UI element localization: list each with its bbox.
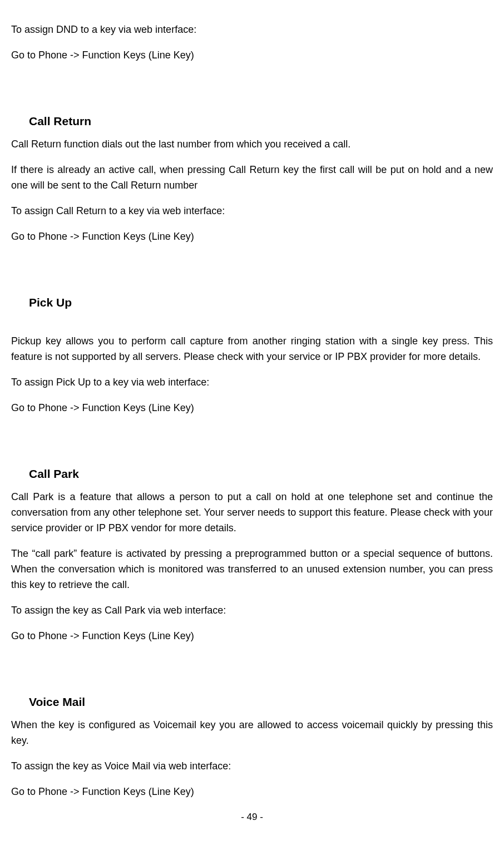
call-park-p2: The “call park” feature is activated by … [11, 546, 493, 593]
pick-up-p1: Pickup key allows you to perform call ca… [11, 334, 493, 365]
page-footer: - 49 - [11, 810, 493, 824]
page-number: - 49 - [241, 812, 263, 822]
pick-up-p3: Go to Phone -> Function Keys (Line Key) [11, 401, 493, 416]
call-park-p3: To assign the key as Call Park via web i… [11, 603, 493, 619]
page-content: To assign DND to a key via web interface… [11, 22, 493, 824]
heading-call-park: Call Park [29, 465, 493, 483]
heading-voice-mail: Voice Mail [29, 693, 493, 711]
call-return-p3: To assign Call Return to a key via web i… [11, 204, 493, 219]
call-return-p2: If there is already an active call, when… [11, 162, 493, 194]
call-return-p1: Call Return function dials out the last … [11, 137, 493, 152]
intro-line-1: To assign DND to a key via web interface… [11, 22, 493, 38]
call-return-p4: Go to Phone -> Function Keys (Line Key) [11, 229, 493, 245]
voice-mail-p1: When the key is configured as Voicemail … [11, 718, 493, 749]
heading-pick-up: Pick Up [29, 294, 493, 312]
voice-mail-p3: Go to Phone -> Function Keys (Line Key) [11, 784, 493, 800]
call-park-p4: Go to Phone -> Function Keys (Line Key) [11, 629, 493, 644]
heading-call-return: Call Return [29, 112, 493, 131]
pick-up-p2: To assign Pick Up to a key via web inter… [11, 375, 493, 391]
call-park-p1: Call Park is a feature that allows a per… [11, 490, 493, 536]
voice-mail-p2: To assign the key as Voice Mail via web … [11, 759, 493, 774]
intro-line-2: Go to Phone -> Function Keys (Line Key) [11, 48, 493, 63]
